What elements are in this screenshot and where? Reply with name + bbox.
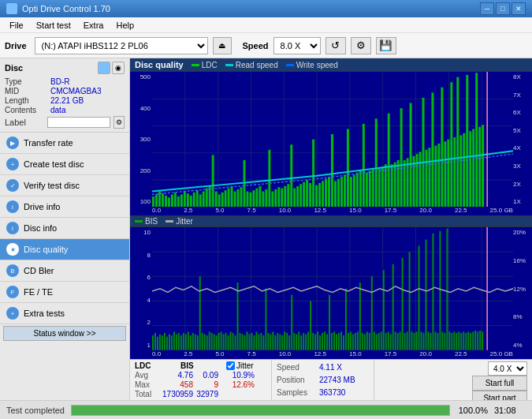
charts-section: Disc quality LDC Read speed Write speed [130,58,532,359]
menu-file[interactable]: File [3,19,30,32]
title-bar: Opti Drive Control 1.70 ─ □ ✕ [0,0,532,17]
bis-avg: 0.09 [196,371,218,380]
top-x-labels: 0.0 2.5 5.0 7.5 10.0 12.5 15.0 17.5 20.0… [130,207,532,215]
sidebar-item-create-test-disc[interactable]: + Create test disc [0,154,129,175]
svg-rect-53 [271,192,273,208]
sidebar-item-verify-test-disc[interactable]: ✓ Verify test disc [0,175,129,196]
svg-rect-34 [212,155,214,207]
svg-rect-93 [397,160,400,207]
drive-select[interactable]: (N:) ATAPI iHBS112 2 PL06 [35,37,208,54]
save-button[interactable]: 💾 [376,37,396,54]
svg-rect-165 [218,333,220,350]
disc-icon-1[interactable] [98,62,110,74]
svg-rect-154 [192,333,194,350]
sidebar-item-transfer-rate[interactable]: ▶ Transfer rate [0,133,129,154]
svg-rect-61 [296,186,299,207]
status-window-button[interactable]: Status window >> [3,326,126,341]
svg-rect-114 [463,133,465,208]
sidebar-item-extra-tests[interactable]: + Extra tests [0,303,129,324]
ldc-dot [192,64,199,66]
eject-button[interactable]: ⏏ [213,37,232,54]
disc-panel: Disc ◉ Type BD-R MID CMCMAGBA3 Length 22… [0,58,129,133]
svg-rect-204 [310,301,311,350]
label-settings-button[interactable]: ⚙ [113,116,125,129]
verify-test-label: Verify test disc [24,181,80,190]
svg-rect-19 [165,196,167,207]
menu-help[interactable]: Help [110,19,140,32]
settings-button[interactable]: ⚙ [351,37,371,54]
legend-read: Read speed [225,61,278,69]
svg-rect-247 [411,332,413,350]
svg-rect-179 [251,333,252,350]
length-val: 22.21 GB [50,96,84,105]
svg-rect-47 [252,190,255,207]
svg-rect-199 [298,332,299,350]
svg-rect-235 [383,271,385,350]
svg-rect-161 [209,332,210,350]
fe-te-icon: F [6,286,19,298]
verify-test-icon: ✓ [6,179,19,192]
svg-rect-163 [214,335,215,350]
svg-rect-32 [206,189,208,208]
svg-rect-73 [334,181,337,207]
svg-rect-39 [228,189,230,208]
close-button[interactable]: ✕ [512,2,526,15]
start-full-button[interactable]: Start full [472,376,527,391]
sidebar-item-cd-bler[interactable]: B CD Bler [0,260,129,282]
svg-rect-198 [296,335,297,350]
sidebar-item-disc-info[interactable]: i Disc info [0,218,129,239]
svg-rect-15 [152,196,154,207]
svg-rect-117 [472,129,474,207]
speed-select[interactable]: 8.0 X [273,37,321,54]
svg-rect-205 [312,333,314,350]
svg-rect-83 [366,173,368,207]
speed-dropdown[interactable]: 4.0 X [488,361,527,376]
svg-rect-80 [356,173,359,207]
svg-rect-95 [404,160,406,207]
svg-rect-191 [279,335,281,350]
svg-rect-52 [268,150,270,207]
svg-rect-182 [258,335,259,350]
type-key: Type [5,77,50,86]
refresh-button[interactable]: ↺ [326,37,346,54]
svg-rect-144 [169,335,170,350]
start-part-button[interactable]: Start part [472,391,527,400]
svg-rect-164 [216,335,218,350]
svg-rect-18 [162,193,164,207]
svg-rect-259 [439,231,441,350]
minimize-button[interactable]: ─ [480,2,494,15]
ldc-total: 1730959 [160,390,193,398]
position-val: 22743 MB [319,376,355,384]
svg-rect-71 [328,177,330,207]
sidebar-item-disc-quality[interactable]: ★ Disc quality [0,239,129,260]
disc-title: Disc [5,63,23,73]
svg-rect-224 [357,332,359,350]
legend-bis: BIS [135,217,158,226]
svg-rect-271 [467,332,469,350]
sidebar-item-fe-te[interactable]: F FE / TE [0,282,129,303]
svg-rect-51 [265,189,267,207]
svg-rect-261 [444,333,445,350]
svg-rect-60 [293,189,296,208]
svg-rect-275 [477,332,478,350]
disc-icon-2[interactable]: ◉ [112,62,125,74]
bottom-chart-area: 10 8 6 4 2 1 [130,227,532,350]
svg-rect-147 [176,335,177,350]
label-input[interactable] [47,117,110,128]
status-label: Test completed [6,406,65,415]
svg-rect-82 [363,124,365,207]
svg-rect-68 [318,183,321,207]
menu-extra[interactable]: Extra [77,19,110,32]
svg-rect-203 [307,332,309,350]
sidebar-item-drive-info[interactable]: i Drive info [0,196,129,218]
svg-rect-102 [425,150,427,207]
menu-start-test[interactable]: Start test [30,19,77,32]
ldc-avg: 4.76 [160,371,193,380]
svg-rect-30 [199,194,202,207]
jitter-checkbox[interactable] [226,361,235,370]
maximize-button[interactable]: □ [496,2,510,15]
svg-rect-253 [425,240,426,350]
svg-rect-158 [202,333,203,350]
svg-rect-142 [164,333,166,350]
mid-key: MID [5,87,50,95]
